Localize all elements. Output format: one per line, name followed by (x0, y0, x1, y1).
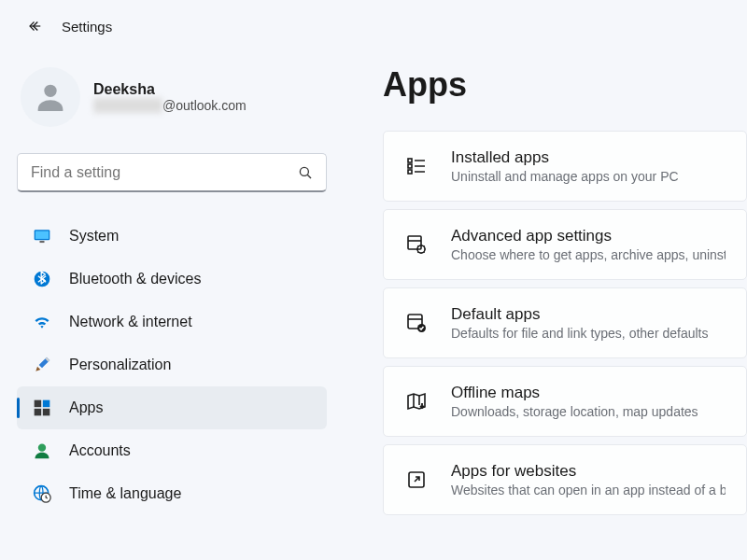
sidebar-item-accounts[interactable]: Accounts (17, 429, 327, 472)
card-subtitle: Downloads, storage location, map updates (451, 404, 698, 419)
sidebar-item-apps[interactable]: Apps (17, 386, 327, 429)
sidebar-item-label: Accounts (69, 442, 131, 459)
svg-rect-3 (35, 231, 49, 239)
card-title: Advanced app settings (451, 227, 726, 245)
card-title: Offline maps (451, 384, 698, 402)
sidebar-item-label: Apps (69, 399, 103, 416)
card-offline-maps[interactable]: Offline maps Downloads, storage location… (383, 366, 747, 437)
card-title: Installed apps (451, 148, 679, 167)
globe-clock-icon (32, 483, 52, 504)
sidebar-item-time-language[interactable]: Time & language (17, 472, 327, 515)
bluetooth-icon (32, 269, 52, 289)
sidebar-item-label: System (69, 228, 119, 245)
paintbrush-icon (32, 355, 52, 375)
list-icon (404, 154, 429, 178)
svg-rect-16 (408, 236, 421, 249)
search-box (17, 153, 327, 192)
svg-rect-9 (43, 409, 50, 416)
svg-rect-6 (35, 400, 42, 408)
wifi-icon (32, 312, 52, 332)
sidebar: Deeksha xxxxxxxxxx@outlook.com System (0, 43, 344, 558)
card-subtitle: Defaults for file and link types, other … (451, 326, 708, 341)
sidebar-item-label: Time & language (69, 485, 181, 502)
map-download-icon (404, 389, 429, 413)
svg-point-0 (44, 85, 56, 97)
page-title: Apps (383, 65, 747, 105)
app-gear-icon (404, 232, 429, 257)
search-input[interactable] (17, 153, 327, 192)
sidebar-item-bluetooth[interactable]: Bluetooth & devices (17, 258, 327, 301)
back-button[interactable] (26, 17, 45, 35)
account-icon (32, 441, 52, 461)
svg-rect-4 (40, 241, 45, 243)
user-icon (32, 78, 69, 116)
card-installed-apps[interactable]: Installed apps Uninstall and manage apps… (383, 131, 747, 202)
monitor-icon (32, 226, 52, 246)
card-title: Default apps (451, 305, 708, 324)
card-apps-for-websites[interactable]: Apps for websites Websites that can open… (383, 444, 747, 515)
profile-block[interactable]: Deeksha xxxxxxxxxx@outlook.com (17, 60, 327, 140)
sidebar-item-network[interactable]: Network & internet (17, 301, 327, 343)
sidebar-item-label: Personalization (69, 357, 171, 373)
avatar (21, 67, 80, 127)
card-subtitle: Uninstall and manage apps on your PC (451, 169, 679, 184)
profile-name: Deeksha (93, 81, 247, 98)
svg-point-10 (38, 444, 46, 452)
settings-cards: Installed apps Uninstall and manage apps… (383, 131, 747, 515)
svg-rect-8 (35, 409, 42, 416)
sidebar-item-label: Network & internet (69, 314, 192, 330)
card-advanced-app-settings[interactable]: Advanced app settings Choose where to ge… (383, 209, 747, 280)
card-subtitle: Choose where to get apps, archive apps, … (451, 247, 726, 262)
svg-rect-13 (408, 159, 412, 162)
svg-rect-14 (408, 164, 412, 168)
open-external-icon (404, 468, 429, 492)
card-default-apps[interactable]: Default apps Defaults for file and link … (383, 287, 747, 358)
sidebar-nav: System Bluetooth & devices Network & int… (17, 215, 327, 515)
apps-icon (32, 398, 52, 418)
window-title: Settings (62, 19, 112, 35)
app-check-icon (404, 311, 429, 335)
sidebar-item-personalization[interactable]: Personalization (17, 343, 327, 386)
card-title: Apps for websites (451, 462, 726, 481)
svg-rect-7 (43, 400, 50, 408)
sidebar-item-label: Bluetooth & devices (69, 271, 201, 287)
card-subtitle: Websites that can open in an app instead… (451, 483, 726, 497)
profile-email: xxxxxxxxxx@outlook.com (93, 98, 247, 113)
sidebar-item-system[interactable]: System (17, 215, 327, 258)
svg-rect-15 (408, 170, 412, 174)
content-area: Apps Installed apps Uninstall and manage… (344, 43, 747, 558)
